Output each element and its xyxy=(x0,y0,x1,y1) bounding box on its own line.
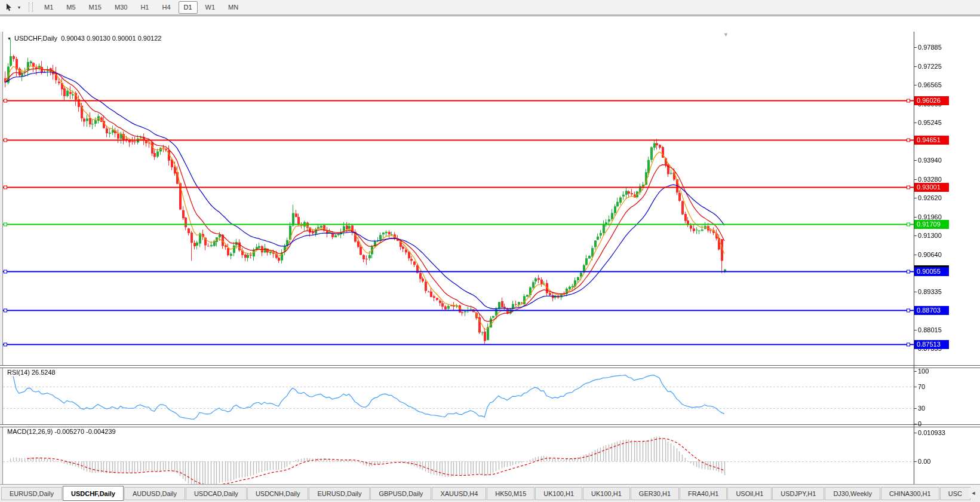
collapse-triangle-icon[interactable]: ▼ xyxy=(7,36,11,41)
cursor-tool-button[interactable] xyxy=(2,1,16,13)
top-toolbar: ▼ M1M5M15M30H1H4D1W1MN xyxy=(0,0,980,15)
pane-splitter-macd[interactable] xyxy=(0,424,980,427)
price-axis-label: 0.88015 xyxy=(918,326,972,334)
price-axis-tick xyxy=(914,217,917,218)
level-price-badge: 0.87513 xyxy=(914,340,949,349)
symbol-tab-eurusd[interactable]: EURUSD,Daily xyxy=(1,487,62,500)
macd-pane-canvas[interactable] xyxy=(3,426,914,488)
timeframe-button-group: M1M5M15M30H1H4D1W1MN xyxy=(38,1,245,14)
level-price-badge: 0.90055 xyxy=(914,267,949,276)
price-chart-canvas[interactable] xyxy=(3,32,914,365)
mt4-window: ▼ M1M5M15M30H1H4D1W1MN ▼USDCHF,Daily 0.9… xyxy=(0,0,980,502)
price-axis-tick xyxy=(914,235,917,236)
symbol-tab-eurusd[interactable]: EURUSD,Daily xyxy=(309,487,370,500)
price-axis-label: 0.95245 xyxy=(918,118,972,127)
chart-title-symbol: USDCHF,Daily xyxy=(14,35,57,42)
rsi-axis-label: 30 xyxy=(918,404,972,412)
timeframe-button-w1[interactable]: W1 xyxy=(200,1,221,14)
symbol-tab-uk100[interactable]: UK100,H1 xyxy=(583,487,630,500)
price-axis-label: 0.97885 xyxy=(918,43,972,51)
price-axis-label: 0.93280 xyxy=(918,175,972,183)
level-price-badge: 0.93001 xyxy=(914,183,949,192)
symbol-tab-usoil[interactable]: USOil,H1 xyxy=(727,487,772,500)
symbol-tab-usdchf[interactable]: USDCHF,Daily xyxy=(63,486,124,501)
rsi-axis-label: 100 xyxy=(918,367,972,375)
rsi-indicator-label: RSI(14) 26.5248 xyxy=(7,369,56,376)
symbol-tab-uk100[interactable]: UK100,H1 xyxy=(535,487,582,500)
price-axis-tick xyxy=(914,47,917,48)
macd-axis-label: 0.010933 xyxy=(918,428,972,437)
cursor-tool-dropdown-icon[interactable]: ▼ xyxy=(16,5,23,10)
level-price-badge: 0.88703 xyxy=(914,306,949,315)
price-axis-tick xyxy=(914,160,917,161)
timeframe-button-h1[interactable]: H1 xyxy=(135,1,154,14)
symbol-tab-ger30[interactable]: GER30,H1 xyxy=(631,487,679,500)
chart-window: ▼USDCHF,Daily 0.90043 0.90130 0.90001 0.… xyxy=(0,16,980,483)
symbol-tab-xauusd[interactable]: XAUUSD,H4 xyxy=(432,487,486,500)
price-axis-label: 0.93940 xyxy=(918,156,972,164)
symbol-tab-bar: EURUSD,DailyUSDCHF,DailyAUDUSD,DailyUSDC… xyxy=(0,484,980,502)
symbol-tab-gbpusd[interactable]: GBPUSD,Daily xyxy=(370,487,431,500)
cursor-icon xyxy=(5,3,13,11)
symbol-tab-usdcad[interactable]: USDCAD,Daily xyxy=(186,487,247,500)
price-axis-tick xyxy=(914,292,917,292)
chart-title-ohlc: 0.90043 0.90130 0.90001 0.90122 xyxy=(61,35,161,42)
level-price-badge: 0.91709 xyxy=(914,220,949,229)
symbol-tab-china300[interactable]: CHINA300,H1 xyxy=(881,487,939,500)
timeframe-button-m30[interactable]: M30 xyxy=(109,1,133,14)
timeframe-button-m5[interactable]: M5 xyxy=(61,1,81,14)
macd-axis-tick xyxy=(914,461,917,462)
symbol-tab-usdjpy[interactable]: USDJPY,H1 xyxy=(772,487,824,500)
timeframe-button-d1[interactable]: D1 xyxy=(179,1,198,14)
price-axis-label: 0.90640 xyxy=(918,250,972,259)
price-axis-tick xyxy=(914,85,917,85)
price-axis-label: 0.96565 xyxy=(918,81,972,89)
chart-title: ▼USDCHF,Daily 0.90043 0.90130 0.90001 0.… xyxy=(7,35,161,42)
symbol-tab-fra40[interactable]: FRA40,H1 xyxy=(680,487,727,500)
price-axis-tick xyxy=(914,123,917,123)
price-axis-tick xyxy=(914,198,917,198)
macd-axis-label: 0.00 xyxy=(918,457,972,466)
level-price-badge: 0.96026 xyxy=(914,96,949,105)
timeframe-button-mn[interactable]: MN xyxy=(223,1,244,14)
rsi-axis-tick xyxy=(914,424,917,424)
toolbar-grip xyxy=(29,2,33,12)
chart-shift-marker-icon[interactable]: ▼ xyxy=(723,32,729,38)
rsi-pane-canvas[interactable] xyxy=(3,367,914,424)
pane-splitter-rsi[interactable] xyxy=(0,365,980,368)
timeframe-button-m15[interactable]: M15 xyxy=(84,1,107,14)
symbol-tab-hk50[interactable]: HK50,M15 xyxy=(487,487,534,500)
rsi-axis-tick xyxy=(914,371,917,372)
price-axis-tick xyxy=(914,66,917,67)
price-axis-tick xyxy=(914,179,917,180)
price-axis-label: 0.91300 xyxy=(918,231,972,240)
price-axis-label: 0.97225 xyxy=(918,62,972,71)
rsi-axis-label: 70 xyxy=(918,382,972,391)
symbol-tab-dj30[interactable]: DJ30,Weekly xyxy=(825,487,880,500)
rsi-axis-tick xyxy=(914,408,917,409)
rsi-axis-tick xyxy=(914,387,917,387)
symbol-tab-usc[interactable]: USC xyxy=(940,487,970,500)
tab-scroll-left-icon[interactable]: ◄ xyxy=(968,488,979,498)
level-price-badge: 0.94651 xyxy=(914,136,949,145)
chart-left-frame xyxy=(0,32,3,489)
symbol-tab-audusd[interactable]: AUDUSD,Daily xyxy=(124,487,185,500)
price-axis-label: 0.92620 xyxy=(918,194,972,202)
macd-indicator-label: MACD(12,26,9) -0.005270 -0.004239 xyxy=(7,428,116,435)
price-axis-tick xyxy=(914,255,917,255)
symbol-tab-usdcnh[interactable]: USDCNH,Daily xyxy=(247,487,309,500)
macd-axis-tick xyxy=(914,433,917,433)
timeframe-button-m1[interactable]: M1 xyxy=(39,1,59,14)
price-axis-tick xyxy=(914,330,917,330)
timeframe-button-h4[interactable]: H4 xyxy=(156,1,176,14)
rsi-axis-label: 0 xyxy=(918,420,972,428)
price-axis-label: 0.89335 xyxy=(918,287,972,296)
